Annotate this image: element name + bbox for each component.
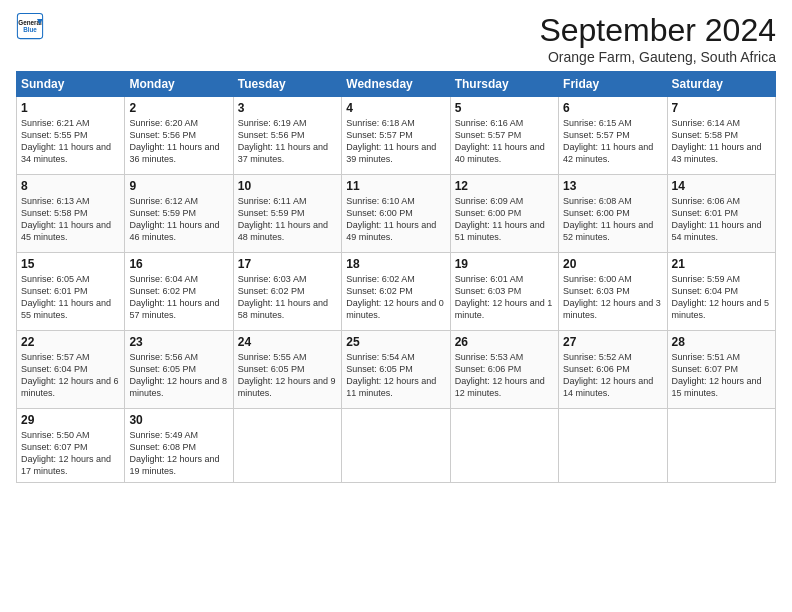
day-info: Sunrise: 6:12 AMSunset: 5:59 PMDaylight:… xyxy=(129,195,228,244)
calendar-cell xyxy=(342,409,450,483)
day-info: Sunrise: 6:01 AMSunset: 6:03 PMDaylight:… xyxy=(455,273,554,322)
day-number: 3 xyxy=(238,101,337,115)
calendar-cell: 22Sunrise: 5:57 AMSunset: 6:04 PMDayligh… xyxy=(17,331,125,409)
day-info: Sunrise: 6:21 AMSunset: 5:55 PMDaylight:… xyxy=(21,117,120,166)
weekday-header-tuesday: Tuesday xyxy=(233,72,341,97)
day-number: 30 xyxy=(129,413,228,427)
day-number: 2 xyxy=(129,101,228,115)
day-info: Sunrise: 6:16 AMSunset: 5:57 PMDaylight:… xyxy=(455,117,554,166)
day-number: 6 xyxy=(563,101,662,115)
day-number: 19 xyxy=(455,257,554,271)
weekday-header-monday: Monday xyxy=(125,72,233,97)
day-info: Sunrise: 5:53 AMSunset: 6:06 PMDaylight:… xyxy=(455,351,554,400)
calendar-cell xyxy=(450,409,558,483)
calendar-cell: 5Sunrise: 6:16 AMSunset: 5:57 PMDaylight… xyxy=(450,97,558,175)
day-number: 18 xyxy=(346,257,445,271)
calendar-cell: 16Sunrise: 6:04 AMSunset: 6:02 PMDayligh… xyxy=(125,253,233,331)
weekday-header-saturday: Saturday xyxy=(667,72,775,97)
day-number: 12 xyxy=(455,179,554,193)
day-info: Sunrise: 5:57 AMSunset: 6:04 PMDaylight:… xyxy=(21,351,120,400)
day-number: 9 xyxy=(129,179,228,193)
weekday-header-sunday: Sunday xyxy=(17,72,125,97)
calendar-cell: 2Sunrise: 6:20 AMSunset: 5:56 PMDaylight… xyxy=(125,97,233,175)
calendar-cell: 8Sunrise: 6:13 AMSunset: 5:58 PMDaylight… xyxy=(17,175,125,253)
day-number: 21 xyxy=(672,257,771,271)
day-info: Sunrise: 5:55 AMSunset: 6:05 PMDaylight:… xyxy=(238,351,337,400)
calendar-week-1: 1Sunrise: 6:21 AMSunset: 5:55 PMDaylight… xyxy=(17,97,776,175)
calendar-week-4: 22Sunrise: 5:57 AMSunset: 6:04 PMDayligh… xyxy=(17,331,776,409)
calendar-cell: 26Sunrise: 5:53 AMSunset: 6:06 PMDayligh… xyxy=(450,331,558,409)
day-number: 24 xyxy=(238,335,337,349)
day-info: Sunrise: 6:08 AMSunset: 6:00 PMDaylight:… xyxy=(563,195,662,244)
day-info: Sunrise: 5:52 AMSunset: 6:06 PMDaylight:… xyxy=(563,351,662,400)
day-number: 26 xyxy=(455,335,554,349)
day-number: 5 xyxy=(455,101,554,115)
weekday-header-thursday: Thursday xyxy=(450,72,558,97)
title-block: September 2024 Orange Farm, Gauteng, Sou… xyxy=(539,12,776,65)
day-number: 27 xyxy=(563,335,662,349)
calendar-cell: 19Sunrise: 6:01 AMSunset: 6:03 PMDayligh… xyxy=(450,253,558,331)
day-number: 17 xyxy=(238,257,337,271)
calendar-week-5: 29Sunrise: 5:50 AMSunset: 6:07 PMDayligh… xyxy=(17,409,776,483)
logo: General Blue xyxy=(16,12,44,40)
svg-text:Blue: Blue xyxy=(23,26,37,33)
calendar-week-2: 8Sunrise: 6:13 AMSunset: 5:58 PMDaylight… xyxy=(17,175,776,253)
calendar-cell: 20Sunrise: 6:00 AMSunset: 6:03 PMDayligh… xyxy=(559,253,667,331)
calendar-cell: 6Sunrise: 6:15 AMSunset: 5:57 PMDaylight… xyxy=(559,97,667,175)
page: General Blue September 2024 Orange Farm,… xyxy=(0,0,792,495)
calendar-cell: 13Sunrise: 6:08 AMSunset: 6:00 PMDayligh… xyxy=(559,175,667,253)
calendar-cell: 24Sunrise: 5:55 AMSunset: 6:05 PMDayligh… xyxy=(233,331,341,409)
day-info: Sunrise: 6:14 AMSunset: 5:58 PMDaylight:… xyxy=(672,117,771,166)
calendar-cell: 21Sunrise: 5:59 AMSunset: 6:04 PMDayligh… xyxy=(667,253,775,331)
calendar-cell: 23Sunrise: 5:56 AMSunset: 6:05 PMDayligh… xyxy=(125,331,233,409)
day-number: 4 xyxy=(346,101,445,115)
day-number: 13 xyxy=(563,179,662,193)
day-info: Sunrise: 6:11 AMSunset: 5:59 PMDaylight:… xyxy=(238,195,337,244)
calendar-cell: 30Sunrise: 5:49 AMSunset: 6:08 PMDayligh… xyxy=(125,409,233,483)
day-info: Sunrise: 6:13 AMSunset: 5:58 PMDaylight:… xyxy=(21,195,120,244)
day-info: Sunrise: 6:18 AMSunset: 5:57 PMDaylight:… xyxy=(346,117,445,166)
day-info: Sunrise: 6:02 AMSunset: 6:02 PMDaylight:… xyxy=(346,273,445,322)
day-info: Sunrise: 6:06 AMSunset: 6:01 PMDaylight:… xyxy=(672,195,771,244)
calendar-cell: 17Sunrise: 6:03 AMSunset: 6:02 PMDayligh… xyxy=(233,253,341,331)
calendar-cell: 11Sunrise: 6:10 AMSunset: 6:00 PMDayligh… xyxy=(342,175,450,253)
day-number: 20 xyxy=(563,257,662,271)
day-info: Sunrise: 6:20 AMSunset: 5:56 PMDaylight:… xyxy=(129,117,228,166)
day-info: Sunrise: 5:56 AMSunset: 6:05 PMDaylight:… xyxy=(129,351,228,400)
day-info: Sunrise: 5:51 AMSunset: 6:07 PMDaylight:… xyxy=(672,351,771,400)
day-info: Sunrise: 6:04 AMSunset: 6:02 PMDaylight:… xyxy=(129,273,228,322)
day-info: Sunrise: 5:59 AMSunset: 6:04 PMDaylight:… xyxy=(672,273,771,322)
calendar-cell: 27Sunrise: 5:52 AMSunset: 6:06 PMDayligh… xyxy=(559,331,667,409)
calendar: SundayMondayTuesdayWednesdayThursdayFrid… xyxy=(16,71,776,483)
calendar-cell: 25Sunrise: 5:54 AMSunset: 6:05 PMDayligh… xyxy=(342,331,450,409)
day-info: Sunrise: 5:50 AMSunset: 6:07 PMDaylight:… xyxy=(21,429,120,478)
day-number: 7 xyxy=(672,101,771,115)
day-number: 10 xyxy=(238,179,337,193)
weekday-header-friday: Friday xyxy=(559,72,667,97)
day-info: Sunrise: 6:15 AMSunset: 5:57 PMDaylight:… xyxy=(563,117,662,166)
day-number: 8 xyxy=(21,179,120,193)
header: General Blue September 2024 Orange Farm,… xyxy=(16,12,776,65)
day-number: 23 xyxy=(129,335,228,349)
calendar-cell: 4Sunrise: 6:18 AMSunset: 5:57 PMDaylight… xyxy=(342,97,450,175)
location: Orange Farm, Gauteng, South Africa xyxy=(539,49,776,65)
day-info: Sunrise: 5:49 AMSunset: 6:08 PMDaylight:… xyxy=(129,429,228,478)
calendar-cell: 1Sunrise: 6:21 AMSunset: 5:55 PMDaylight… xyxy=(17,97,125,175)
day-number: 25 xyxy=(346,335,445,349)
day-number: 11 xyxy=(346,179,445,193)
calendar-cell: 3Sunrise: 6:19 AMSunset: 5:56 PMDaylight… xyxy=(233,97,341,175)
day-info: Sunrise: 6:00 AMSunset: 6:03 PMDaylight:… xyxy=(563,273,662,322)
calendar-cell xyxy=(559,409,667,483)
calendar-cell: 12Sunrise: 6:09 AMSunset: 6:00 PMDayligh… xyxy=(450,175,558,253)
day-info: Sunrise: 6:09 AMSunset: 6:00 PMDaylight:… xyxy=(455,195,554,244)
calendar-cell: 10Sunrise: 6:11 AMSunset: 5:59 PMDayligh… xyxy=(233,175,341,253)
calendar-week-3: 15Sunrise: 6:05 AMSunset: 6:01 PMDayligh… xyxy=(17,253,776,331)
day-number: 16 xyxy=(129,257,228,271)
calendar-cell: 9Sunrise: 6:12 AMSunset: 5:59 PMDaylight… xyxy=(125,175,233,253)
day-number: 14 xyxy=(672,179,771,193)
calendar-cell: 14Sunrise: 6:06 AMSunset: 6:01 PMDayligh… xyxy=(667,175,775,253)
day-info: Sunrise: 5:54 AMSunset: 6:05 PMDaylight:… xyxy=(346,351,445,400)
day-number: 15 xyxy=(21,257,120,271)
calendar-cell xyxy=(233,409,341,483)
calendar-cell: 28Sunrise: 5:51 AMSunset: 6:07 PMDayligh… xyxy=(667,331,775,409)
